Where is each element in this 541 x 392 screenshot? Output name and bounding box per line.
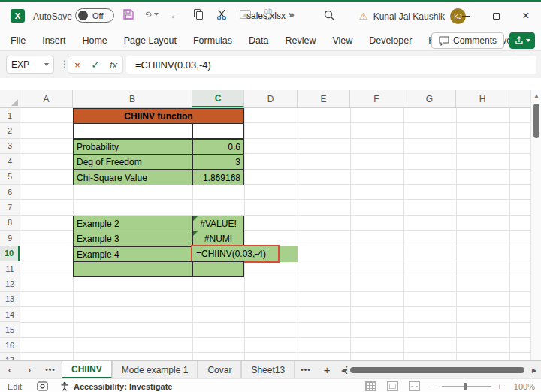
sheet-list-dots-icon[interactable]: ••• <box>39 361 62 378</box>
row-header-10[interactable]: 10 <box>0 246 20 261</box>
tab-view[interactable]: View <box>332 35 352 46</box>
zoom-slider[interactable] <box>442 386 491 387</box>
tab-formulas[interactable]: Formulas <box>193 35 232 46</box>
page-layout-view-icon[interactable] <box>387 381 398 391</box>
cell-c8-value-error[interactable]: #VALUE! <box>192 216 244 231</box>
cancel-entry-button[interactable]: × <box>68 59 86 71</box>
enter-entry-button[interactable]: ✓ <box>86 59 104 71</box>
zoom-slider-thumb[interactable] <box>464 383 467 390</box>
cell-c9-num-error[interactable]: #NUM! <box>192 231 244 246</box>
excel-logo-icon[interactable]: X <box>11 9 25 23</box>
mode-indicator[interactable]: Edit <box>8 382 22 391</box>
row-header-16[interactable]: 16 <box>0 338 20 353</box>
cell-b9-example3[interactable]: Example 3 <box>73 231 192 246</box>
warning-icon[interactable]: ⚠ <box>359 11 368 22</box>
horizontal-scroll-thumb[interactable] <box>350 367 524 373</box>
save-icon[interactable] <box>122 7 135 22</box>
column-header-e[interactable]: E <box>298 90 350 107</box>
zoom-out-button[interactable]: − <box>431 382 435 391</box>
search-icon[interactable] <box>323 9 335 21</box>
name-box-chevron-icon[interactable] <box>44 63 49 66</box>
sheet-grid[interactable]: 1 2 3 4 5 6 7 8 9 10 11 12 13 14 15 16 1… <box>0 108 530 360</box>
insert-function-button[interactable]: fx <box>104 59 122 71</box>
row-header-12[interactable]: 12 <box>0 276 20 291</box>
undo-dropdown-chevron-icon[interactable] <box>154 13 159 16</box>
cell-c5-chisq-value[interactable]: 1.869168 <box>192 170 244 185</box>
select-all-corner[interactable] <box>0 90 20 107</box>
column-header-b[interactable]: B <box>73 90 192 107</box>
sheet-tab-chiinv[interactable]: CHIINV <box>62 361 112 378</box>
row-header-3[interactable]: 3 <box>0 139 20 154</box>
tab-home[interactable]: Home <box>82 35 107 46</box>
horizontal-scrollbar[interactable]: ◀ ▶ <box>338 366 539 375</box>
formula-input[interactable]: =CHIINV(0.03,-4) <box>126 56 536 74</box>
minimize-button[interactable] <box>451 2 481 30</box>
column-header-g[interactable]: G <box>403 90 456 107</box>
cell-b11[interactable] <box>73 261 192 277</box>
normal-view-icon[interactable] <box>365 381 376 391</box>
row-header-4[interactable]: 4 <box>0 154 20 169</box>
sheet-tab-sheet13[interactable]: Sheet13 <box>241 361 295 378</box>
cut-icon[interactable] <box>215 7 228 22</box>
name-box[interactable]: EXP <box>6 56 54 74</box>
row-header-9[interactable]: 9 <box>0 231 20 246</box>
add-sheet-button[interactable]: + <box>317 361 337 378</box>
cell-c4-dof-value[interactable]: 3 <box>192 154 244 170</box>
tab-insert[interactable]: Insert <box>42 35 65 46</box>
cell-c3-probability-value[interactable]: 0.6 <box>192 139 244 155</box>
vertical-scroll-thumb[interactable] <box>533 104 539 138</box>
row-header-8[interactable]: 8 <box>0 216 20 231</box>
sheet-tab-mode-example-1[interactable]: Mode example 1 <box>112 361 198 378</box>
row-header-11[interactable]: 11 <box>0 261 20 276</box>
column-header-h[interactable]: H <box>456 90 509 107</box>
column-header-d[interactable]: D <box>244 90 298 107</box>
autosave-toggle[interactable]: Off <box>75 8 114 23</box>
cell-b5-chisq[interactable]: Chi-Square Value <box>73 170 192 185</box>
document-title[interactable]: sales.xlsx <box>246 11 294 21</box>
row-header-7[interactable]: 7 <box>0 200 20 215</box>
column-header-f[interactable]: F <box>350 90 403 107</box>
cell-b10-example4[interactable]: Example 4 <box>73 246 192 262</box>
tab-review[interactable]: Review <box>285 35 316 46</box>
sheet-nav-right-icon[interactable]: › <box>20 361 39 378</box>
comments-button[interactable]: Comments <box>431 32 504 49</box>
sheet-nav-left-icon[interactable]: ‹ <box>0 361 20 378</box>
row-header-2[interactable]: 2 <box>0 123 20 138</box>
row-header-5[interactable]: 5 <box>0 170 20 185</box>
back-arrow-icon[interactable]: ← <box>168 7 182 22</box>
maximize-button[interactable] <box>481 2 511 30</box>
column-header-a[interactable]: A <box>20 90 73 107</box>
cell-b3-probability[interactable]: Probability <box>73 139 192 155</box>
horizontal-scroll-track[interactable] <box>349 366 529 374</box>
copy-icon[interactable] <box>192 7 205 22</box>
column-header-partial[interactable] <box>509 90 530 107</box>
sheet-tab-covar[interactable]: Covar <box>198 361 241 378</box>
tab-developer[interactable]: Developer <box>369 35 412 46</box>
row-header-17[interactable]: 17 <box>0 353 20 360</box>
share-button[interactable] <box>509 32 535 49</box>
undo-icon[interactable] <box>145 7 159 22</box>
accessibility-icon[interactable] <box>60 381 69 391</box>
tab-page-layout[interactable]: Page Layout <box>124 35 177 46</box>
row-header-14[interactable]: 14 <box>0 307 20 322</box>
tab-file[interactable]: File <box>11 35 26 46</box>
tab-data[interactable]: Data <box>249 35 268 46</box>
page-break-view-icon[interactable] <box>409 381 420 391</box>
account-area[interactable]: ⚠ Kunal Jai Kaushik KJ <box>359 8 466 24</box>
cell-title-b1[interactable]: CHIINV function <box>73 108 244 124</box>
row-header-6[interactable]: 6 <box>0 185 20 200</box>
row-header-13[interactable]: 13 <box>0 292 20 307</box>
cell-b4-dof[interactable]: Deg of Freedom <box>73 154 192 170</box>
accessibility-status[interactable]: Accessibility: Investigate <box>74 382 172 391</box>
macro-record-icon[interactable] <box>37 381 48 391</box>
zoom-level[interactable]: 100% <box>512 382 535 391</box>
row-header-15[interactable]: 15 <box>0 322 20 337</box>
column-header-c[interactable]: C <box>192 90 244 107</box>
scroll-up-icon[interactable]: ▲ <box>531 92 541 99</box>
close-button[interactable]: × <box>511 2 541 30</box>
vertical-scrollbar[interactable]: ▲ <box>530 90 541 360</box>
zoom-in-button[interactable]: + <box>497 382 502 391</box>
cell-c11[interactable] <box>192 261 244 277</box>
cell-c2[interactable] <box>192 123 244 139</box>
cell-b2[interactable] <box>73 123 192 139</box>
